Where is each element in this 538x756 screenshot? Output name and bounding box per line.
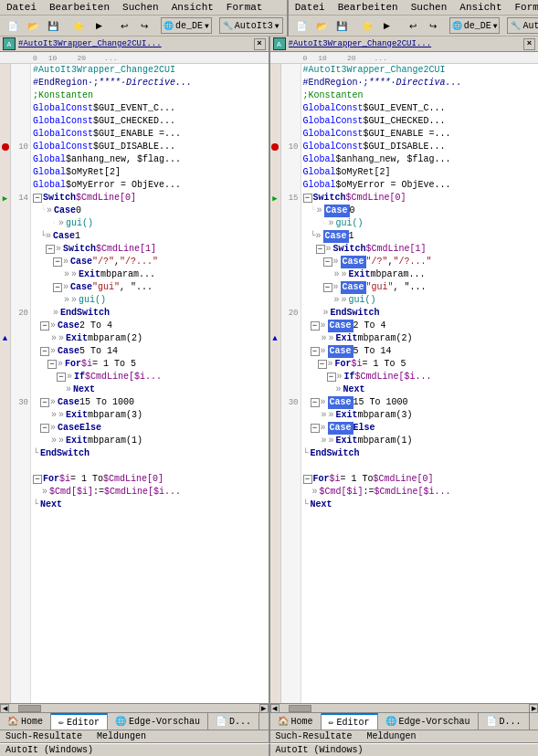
right-icon-bp1[interactable] [270,141,280,153]
right-edge-label: Edge-Vorschau [399,717,470,727]
right-tab-d[interactable]: 📄 D... [479,713,530,730]
left-expand-switch2[interactable]: − [46,245,55,254]
menu-bearbeiten-left[interactable]: Bearbeiten [47,1,112,14]
right-expand-casegui[interactable]: − [323,283,332,292]
tb-undo-left[interactable]: ↩ [115,17,133,34]
right-line-endswitch1: » EndSwitch [301,307,539,320]
left-line-9: Global $oMyRet[2] [31,166,269,179]
right-expand-caseslash[interactable]: − [323,257,332,267]
left-expand-caseslash[interactable]: − [53,257,62,267]
lang-select-right[interactable]: 🌐 de_DE ▼ [449,17,501,34]
right-d-label: D... [500,717,522,727]
right-close-btn[interactable]: × [523,38,535,50]
left-expand-casegui[interactable]: − [53,283,62,292]
tb-redo-right[interactable]: ↪ [424,17,442,34]
left-line-case0: └ » Case 0 [31,205,269,217]
menu-datei-left[interactable]: Datei [4,1,39,14]
left-line-1: #AutoIt3Wrapper_Change2CUI [31,64,269,77]
left-scrollbar-thumb[interactable] [18,705,41,712]
right-expand-if1[interactable]: − [327,373,336,382]
left-icon-arrow-2[interactable]: ▲ [0,332,10,345]
right-line-caseslash: − » Case "/?", "/?..." [301,256,539,268]
left-status-messages[interactable]: Meldungen [97,731,146,741]
right-expand-case5to14[interactable]: − [311,347,320,356]
left-panel-titlebar: A #AutoIt3Wrapper_Change2CUI... × [0,37,269,52]
right-line-empty [301,460,539,473]
right-expand-for2[interactable]: − [303,475,312,484]
tb-star-left[interactable]: ⭐ [69,17,88,34]
tb-save-left[interactable]: 💾 [44,17,62,34]
tb-star-right[interactable]: ⭐ [358,17,376,34]
autoit-label-left[interactable]: 🔧 AutoIt3 ▼ [219,17,283,34]
right-expand-caseelse[interactable]: − [311,424,320,433]
right-expand-for1[interactable]: − [318,360,327,369]
left-icon-arrow-1[interactable]: ▶ [0,192,10,205]
left-expand-case5to14[interactable]: − [40,347,49,356]
lang-select-left[interactable]: 🌐 de_DE ▼ [161,17,212,34]
menu-format-left[interactable]: Format [224,1,266,14]
left-expand-for1[interactable]: − [47,360,57,369]
tb-play-right[interactable]: ▶ [378,17,396,34]
right-app-status: AutoIt (Windows) [270,743,539,756]
tb-undo-right[interactable]: ↩ [404,17,422,34]
left-code-area: ▶ ▲ [0,64,269,703]
tb-redo-left[interactable]: ↪ [135,17,153,34]
right-expand-switch[interactable]: − [303,194,312,203]
menu-ansicht-right[interactable]: Ansicht [457,1,504,14]
right-tab-home[interactable]: 🏠 Home [270,713,322,730]
left-d-icon: 📄 [216,716,227,727]
left-tab-editor[interactable]: ✏️ Editor [51,713,108,730]
left-status-search[interactable]: Such-Resultate [5,731,82,741]
right-expand-case15[interactable]: − [311,398,320,407]
right-status-messages[interactable]: Meldungen [367,731,417,741]
right-line-next1: » Next [301,383,539,396]
right-status-search[interactable]: Such-Resultate [276,731,353,741]
right-expand-case2to4[interactable]: − [311,321,320,331]
tb-open-left[interactable]: 📂 [24,17,42,34]
right-icon-arrow2[interactable]: ▲ [270,332,280,345]
menu-suchen-right[interactable]: Suchen [408,1,450,14]
autoit-label-right[interactable]: 🔧 AutoIt3 ▼ [507,17,538,34]
left-scrollbar-h[interactable]: ◀ ▶ [0,703,269,712]
left-expand-caseelse[interactable]: − [40,424,49,433]
left-expand-case2to4[interactable]: − [40,321,49,331]
right-tab-editor[interactable]: ✏️ Editor [322,713,378,730]
left-code-content: #AutoIt3Wrapper_Change2CUI #EndRegion·;*… [31,64,269,703]
right-scroll-right[interactable]: ▶ [529,704,538,713]
tb-floppy-left[interactable]: ▶ [90,17,108,34]
right-icon-arrow1[interactable]: ▶ [270,192,280,205]
menu-suchen-left[interactable]: Suchen [120,1,162,14]
right-scrollbar-thumb[interactable] [289,705,311,712]
right-line-case0: └ » Case 0 [301,205,539,217]
left-line-caseslash: − » Case "/?", "/?..." [31,256,269,268]
left-expand-for2[interactable]: − [33,475,42,484]
left-close-btn[interactable]: × [254,38,266,50]
left-tab-edge[interactable]: 🌐 Edge-Vorschau [108,713,208,730]
tb-new-left[interactable]: 📄 [4,17,22,34]
tb-new-right[interactable]: 📄 [292,17,311,34]
left-expand-if1[interactable]: − [57,373,66,382]
right-tab-edge[interactable]: 🌐 Edge-Vorschau [378,713,479,730]
left-scroll-right[interactable]: ▶ [259,704,269,713]
tb-open-right[interactable]: 📂 [312,17,331,34]
left-app-status: AutoIt (Windows) [0,743,270,756]
menu-datei-right[interactable]: Datei [292,1,328,14]
left-icon-breakpoint-1[interactable] [0,141,10,153]
left-expand-case15[interactable]: − [40,398,49,407]
right-scrollbar-h[interactable]: ◀ ▶ [270,703,539,712]
left-line-exit3: » » Exit mbparam(3) [31,409,269,422]
menu-format-right[interactable]: Format [512,1,538,14]
right-line-exit2: » » Exit mbparam(2) [301,332,539,345]
tb-save-right[interactable]: 💾 [332,17,351,34]
left-tab-home[interactable]: 🏠 Home [0,713,51,730]
right-line-1: #AutoIt3Wrapper_Change2CUI [301,64,539,77]
right-toolbar: 📄 📂 💾 ⭐ ▶ ↩ ↪ 🌐 de_DE ▼ 🔧 AutoIt3 [289,16,538,37]
left-tab-d[interactable]: 📄 D... [208,713,259,730]
right-expand-switch2[interactable]: − [316,245,325,254]
left-scroll-left[interactable]: ◀ [0,704,9,713]
menu-ansicht-left[interactable]: Ansicht [169,1,216,14]
right-scroll-left[interactable]: ◀ [270,704,280,713]
left-line-casegui: − » Case "gui", "... [31,281,269,294]
left-expand-switch[interactable]: − [33,194,42,203]
menu-bearbeiten-right[interactable]: Bearbeiten [335,1,401,14]
